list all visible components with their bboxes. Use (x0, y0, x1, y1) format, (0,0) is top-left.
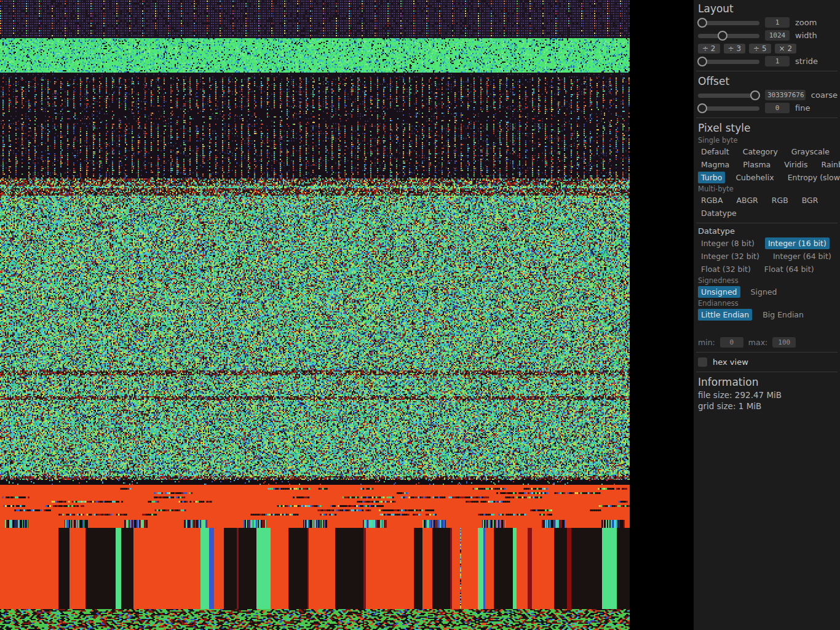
min-label: min: (698, 338, 715, 347)
fine-offset-slider-track[interactable] (698, 106, 759, 111)
width-slider-track[interactable] (698, 34, 759, 38)
divider (696, 118, 838, 118)
max-value-field[interactable]: 100 (772, 337, 796, 348)
pixel-style-rgba-button[interactable]: RGBA (698, 194, 726, 206)
width-divide-buttons: ÷ 2 ÷ 3 ÷ 5 × 2 (698, 42, 838, 55)
zoom-label: zoom (795, 18, 817, 27)
endianness-label: Endianness (698, 298, 838, 308)
divider (696, 71, 838, 71)
fine-offset-label: fine (795, 103, 810, 113)
zoom-value[interactable]: 1 (765, 17, 790, 28)
stride-slider[interactable] (698, 57, 759, 66)
multi-byte-row-1: RGBA ABGR RGB BGR (698, 194, 838, 207)
hex-view-label[interactable]: hex view (713, 357, 748, 367)
offset-section-title: Offset (698, 74, 838, 89)
width-row: 1024 width (698, 29, 838, 42)
datatype-float32-button[interactable]: Float (32 bit) (698, 263, 754, 275)
hex-view-checkbox[interactable] (698, 357, 707, 367)
single-byte-label: Single byte (698, 135, 838, 145)
pixel-style-entropy-button[interactable]: Entropy (slow) (785, 172, 840, 183)
width-slider[interactable] (698, 31, 759, 41)
fine-offset-slider[interactable] (698, 103, 759, 113)
hex-view-row: hex view (698, 355, 838, 369)
datatype-row-3: Float (32 bit) Float (64 bit) (698, 263, 838, 276)
width-label: width (795, 31, 817, 40)
pixel-style-cubehelix-button[interactable]: Cubehelix (732, 172, 777, 183)
unsigned-button[interactable]: Unsigned (698, 286, 740, 298)
signedness-row: Unsigned Signed (698, 285, 838, 298)
pixel-style-section-title: Pixel style (698, 121, 838, 135)
min-value-field[interactable]: 0 (720, 337, 743, 348)
stride-label: stride (795, 57, 818, 66)
divider (696, 372, 838, 372)
pixel-style-plasma-button[interactable]: Plasma (740, 159, 774, 170)
divider (696, 352, 838, 353)
single-byte-row-3: Turbo Cubehelix Entropy (slow) (698, 171, 838, 184)
divide-5-button[interactable]: ÷ 5 (749, 44, 771, 54)
single-byte-row-2: Magma Plasma Viridis Rainbow (698, 158, 838, 171)
zoom-slider-handle[interactable] (697, 18, 707, 28)
single-byte-row-1: Default Category Grayscale (698, 145, 838, 158)
coarse-offset-value[interactable]: 303397676 (765, 90, 806, 100)
grid-size-text: grid size: 1 MiB (698, 401, 838, 412)
pixel-style-category-button[interactable]: Category (740, 146, 781, 158)
pixel-style-rainbow-button[interactable]: Rainbow (818, 159, 840, 170)
binary-data-view[interactable] (0, 0, 630, 630)
little-endian-button[interactable]: Little Endian (698, 309, 752, 321)
zoom-slider-track[interactable] (698, 21, 759, 25)
zoom-slider[interactable] (698, 18, 759, 28)
pixel-style-grayscale-button[interactable]: Grayscale (788, 146, 833, 158)
datatype-int8-button[interactable]: Integer (8 bit) (698, 237, 758, 249)
fine-offset-slider-handle[interactable] (697, 103, 707, 113)
control-panel: Layout 1 zoom 1024 width ÷ 2 ÷ 3 ÷ 5 × 2… (694, 0, 840, 630)
width-value[interactable]: 1024 (765, 30, 790, 41)
stride-row: 1 stride (698, 55, 838, 68)
divide-3-button[interactable]: ÷ 3 (724, 44, 746, 54)
stride-slider-track[interactable] (698, 60, 759, 64)
pixel-style-viridis-button[interactable]: Viridis (781, 159, 810, 170)
coarse-offset-row: 303397676 coarse (698, 89, 838, 102)
multi-byte-row-2: Datatype (698, 207, 838, 220)
fine-offset-row: 0 fine (698, 102, 838, 114)
coarse-offset-slider-handle[interactable] (750, 90, 760, 100)
pixel-style-bgr-button[interactable]: BGR (799, 194, 822, 206)
divide-2-button[interactable]: ÷ 2 (698, 44, 720, 54)
datatype-float64-button[interactable]: Float (64 bit) (761, 263, 817, 275)
file-size-text: file size: 292.47 MiB (698, 389, 838, 401)
min-max-row: min: 0 max: 100 (698, 336, 838, 349)
datatype-row-2: Integer (32 bit) Integer (64 bit) (698, 250, 838, 263)
datatype-int32-button[interactable]: Integer (32 bit) (698, 250, 763, 262)
layout-section-title: Layout (698, 1, 838, 16)
stride-value[interactable]: 1 (765, 56, 790, 66)
pixel-style-datatype-button[interactable]: Datatype (698, 207, 740, 219)
signed-button[interactable]: Signed (748, 286, 780, 298)
stride-slider-handle[interactable] (697, 57, 707, 66)
zoom-row: 1 zoom (698, 16, 838, 29)
signedness-label: Signedness (698, 276, 838, 285)
max-label: max: (748, 338, 767, 347)
divider (696, 223, 838, 223)
endianness-row: Little Endian Big Endian (698, 308, 838, 321)
multi-byte-label: Multi-byte (698, 184, 838, 194)
coarse-offset-label: coarse (811, 90, 838, 100)
width-slider-handle[interactable] (718, 31, 727, 41)
pixel-style-magma-button[interactable]: Magma (698, 159, 732, 170)
coarse-offset-slider[interactable] (698, 90, 759, 100)
pixel-style-default-button[interactable]: Default (698, 146, 732, 158)
pixel-style-turbo-button[interactable]: Turbo (698, 172, 725, 183)
datatype-section-label: Datatype (698, 226, 838, 237)
multiply-2-button[interactable]: × 2 (775, 44, 797, 54)
fine-offset-value[interactable]: 0 (765, 103, 790, 113)
big-endian-button[interactable]: Big Endian (759, 309, 807, 321)
datatype-row-1: Integer (8 bit) Integer (16 bit) (698, 237, 838, 250)
datatype-int64-button[interactable]: Integer (64 bit) (770, 250, 834, 262)
pixel-style-rgb-button[interactable]: RGB (769, 194, 791, 206)
information-section-title: Information (698, 375, 838, 389)
datatype-int16-button[interactable]: Integer (16 bit) (765, 237, 830, 249)
pixel-style-abgr-button[interactable]: ABGR (734, 194, 761, 206)
